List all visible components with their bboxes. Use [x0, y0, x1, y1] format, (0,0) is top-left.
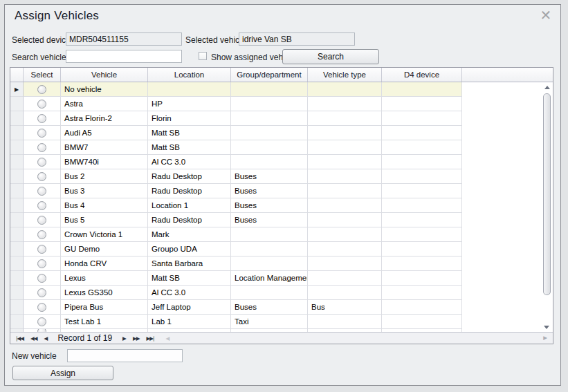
vehicle-cell: BMW740i: [61, 155, 148, 169]
prev-record-icon[interactable]: ◀: [44, 333, 48, 344]
row-radio-button[interactable]: [37, 201, 46, 210]
search-button[interactable]: Search: [282, 49, 379, 64]
row-radio-button[interactable]: [37, 274, 46, 283]
search-vehicle-label: Search vehicle: [12, 53, 66, 62]
table-row[interactable]: ▶ Bus 5 Radu Desktop Buses: [10, 213, 553, 227]
row-radio-button[interactable]: [37, 317, 46, 326]
location-cell: Radu Desktop: [148, 169, 231, 184]
last-record-icon[interactable]: ▶▶|: [146, 333, 154, 344]
group-department-cell: Buses: [231, 300, 308, 315]
table-row[interactable]: ▶ Lexus Matt SB Location Management: [10, 271, 553, 286]
column-header-select[interactable]: Select: [24, 68, 61, 82]
location-cell: Florin: [148, 111, 231, 126]
row-radio-button[interactable]: [37, 216, 46, 225]
show-assigned-checkbox[interactable]: [199, 52, 207, 60]
d4-device-cell: [382, 140, 462, 155]
vehicle-type-cell: [308, 155, 382, 169]
group-department-cell: Location Management: [231, 271, 308, 286]
assign-button[interactable]: Assign: [12, 366, 113, 380]
selected-device-label: Selected device: [12, 35, 71, 45]
table-row[interactable]: ▶ Astra HP: [10, 97, 553, 111]
vertical-scrollbar[interactable]: [542, 84, 551, 331]
table-row[interactable]: ▶ Honda CRV Santa Barbara: [10, 256, 553, 271]
row-select-cell: [24, 126, 61, 140]
scrollbar-thumb[interactable]: [543, 93, 551, 295]
table-row[interactable]: ▶ Astra Florin-2 Florin: [10, 111, 553, 126]
row-indicator-cell: ▶: [10, 140, 24, 155]
row-select-cell: [24, 315, 61, 329]
row-indicator-header: [10, 68, 24, 82]
vehicle-cell: Pipera Bus: [61, 300, 148, 315]
row-indicator-cell: ▶: [10, 300, 24, 315]
row-select-cell: [24, 227, 61, 242]
table-row[interactable]: ▶ BMW740i Al CC 3.0: [10, 155, 553, 169]
hscroll-left-icon[interactable]: ◀: [166, 333, 170, 344]
column-header-vehicle[interactable]: Vehicle: [61, 68, 148, 82]
filler-cell: [462, 271, 553, 286]
new-vehicle-input[interactable]: [67, 349, 183, 362]
search-vehicle-input[interactable]: [66, 50, 182, 63]
vehicle-type-cell: [308, 315, 382, 329]
selected-vehicle-field[interactable]: [239, 32, 355, 46]
table-row[interactable]: ▶ Bus 3 Radu Desktop Buses: [10, 184, 553, 198]
row-radio-button[interactable]: [37, 143, 46, 152]
row-select-cell: [24, 213, 61, 227]
selected-device-field[interactable]: [66, 32, 182, 46]
row-radio-button[interactable]: [37, 303, 46, 312]
next-record-icon[interactable]: ▶: [122, 333, 126, 344]
row-radio-button[interactable]: [37, 187, 46, 196]
row-indicator-cell: ▶: [10, 198, 24, 213]
group-department-cell: [231, 227, 308, 242]
group-department-cell: [231, 82, 308, 97]
vehicle-type-cell: [308, 140, 382, 155]
vehicle-cell: Test Lab 1: [61, 315, 148, 329]
prev-page-icon[interactable]: ◀◀: [30, 333, 37, 344]
table-row[interactable]: ▶ Bus 4 Location 1 Buses: [10, 198, 553, 213]
first-record-icon[interactable]: |◀◀: [16, 333, 24, 344]
filler-cell: [462, 97, 553, 111]
table-row[interactable]: ▶ Bus 2 Radu Desktop Buses: [10, 169, 553, 184]
scroll-down-icon[interactable]: [544, 326, 549, 329]
row-indicator-cell: ▶: [10, 286, 24, 300]
row-radio-button[interactable]: [37, 172, 46, 181]
next-page-icon[interactable]: ▶▶: [133, 333, 140, 344]
row-radio-button[interactable]: [37, 245, 46, 254]
row-select-cell: [24, 256, 61, 271]
row-radio-button[interactable]: [37, 288, 46, 297]
group-department-cell: [231, 126, 308, 140]
location-cell: Lab 1: [148, 315, 231, 329]
table-row[interactable]: ▶ Pipera Bus Jeff Laptop Buses Bus: [10, 300, 553, 315]
scroll-up-icon[interactable]: [544, 86, 550, 89]
row-indicator-cell: ▶: [10, 111, 24, 126]
row-indicator-cell: ▶: [10, 184, 24, 198]
row-indicator-cell: ▶: [10, 97, 24, 111]
row-radio-button[interactable]: [37, 100, 46, 109]
close-icon[interactable]: ✕: [538, 8, 553, 23]
table-row[interactable]: ▶ BMW7 Matt SB: [10, 140, 553, 155]
d4-device-cell: [382, 271, 462, 286]
column-header-group[interactable]: Group/department: [231, 68, 308, 82]
row-radio-button[interactable]: [37, 158, 46, 167]
row-radio-button[interactable]: [37, 259, 46, 268]
vehicle-cell: Audi A5: [61, 126, 148, 140]
vehicle-cell: Astra Florin-2: [61, 111, 148, 126]
row-radio-button[interactable]: [37, 85, 46, 94]
d4-device-cell: [382, 213, 462, 227]
table-row[interactable]: ▶ GU Demo Groupo UDA: [10, 242, 553, 256]
row-radio-button[interactable]: [37, 114, 46, 123]
column-header-location[interactable]: Location: [148, 68, 231, 82]
hscroll-right-icon[interactable]: ▶: [543, 333, 547, 343]
d4-device-cell: [382, 155, 462, 169]
row-radio-button[interactable]: [37, 129, 46, 138]
table-row[interactable]: ▶ Lexus GS350 Al CC 3.0: [10, 286, 553, 300]
row-radio-button[interactable]: [37, 230, 46, 239]
current-row-arrow: ▶: [15, 86, 19, 93]
column-header-type[interactable]: Vehicle type: [308, 68, 382, 82]
table-row[interactable]: ▶ Crown Victoria 1 Mark: [10, 227, 553, 242]
vehicle-cell: GU Demo: [61, 242, 148, 256]
column-header-d4[interactable]: D4 device: [382, 68, 462, 82]
table-row[interactable]: ▶ Audi A5 Matt SB: [10, 126, 553, 140]
table-row[interactable]: ▶ No vehicle: [10, 82, 553, 97]
vehicle-cell: Honda CRV: [61, 256, 148, 271]
table-row[interactable]: ▶ Test Lab 1 Lab 1 Taxi: [10, 315, 553, 329]
